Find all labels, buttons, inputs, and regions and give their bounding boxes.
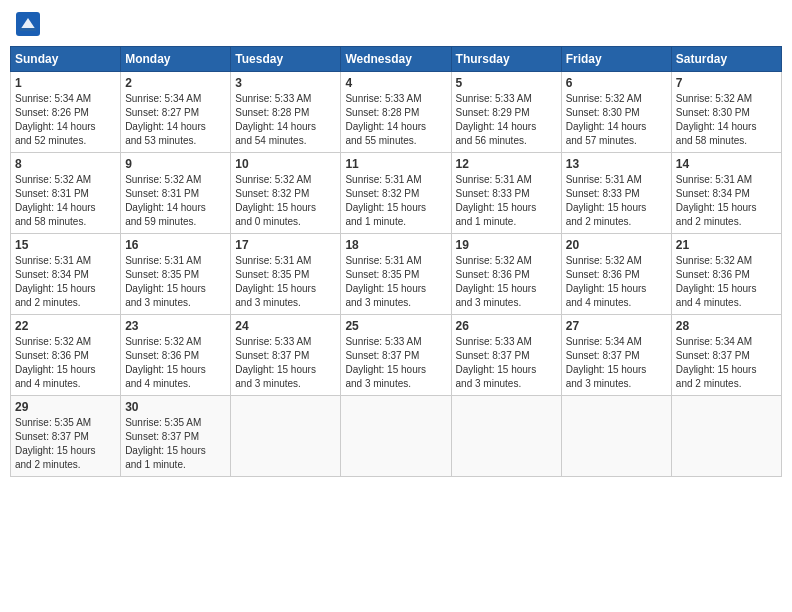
weekday-header-monday: Monday	[121, 47, 231, 72]
cell-content: Sunrise: 5:32 AMSunset: 8:32 PMDaylight:…	[235, 173, 336, 229]
day-number: 29	[15, 400, 116, 414]
cell-content: Sunrise: 5:33 AMSunset: 8:28 PMDaylight:…	[235, 92, 336, 148]
calendar-cell: 24Sunrise: 5:33 AMSunset: 8:37 PMDayligh…	[231, 315, 341, 396]
cell-content: Sunrise: 5:35 AMSunset: 8:37 PMDaylight:…	[15, 416, 116, 472]
cell-content: Sunrise: 5:34 AMSunset: 8:37 PMDaylight:…	[566, 335, 667, 391]
weekday-header-row: SundayMondayTuesdayWednesdayThursdayFrid…	[11, 47, 782, 72]
calendar-cell: 6Sunrise: 5:32 AMSunset: 8:30 PMDaylight…	[561, 72, 671, 153]
cell-content: Sunrise: 5:34 AMSunset: 8:37 PMDaylight:…	[676, 335, 777, 391]
calendar-cell: 1Sunrise: 5:34 AMSunset: 8:26 PMDaylight…	[11, 72, 121, 153]
cell-content: Sunrise: 5:35 AMSunset: 8:37 PMDaylight:…	[125, 416, 226, 472]
cell-content: Sunrise: 5:32 AMSunset: 8:36 PMDaylight:…	[456, 254, 557, 310]
calendar-cell: 4Sunrise: 5:33 AMSunset: 8:28 PMDaylight…	[341, 72, 451, 153]
calendar-cell: 15Sunrise: 5:31 AMSunset: 8:34 PMDayligh…	[11, 234, 121, 315]
weekday-header-saturday: Saturday	[671, 47, 781, 72]
cell-content: Sunrise: 5:31 AMSunset: 8:32 PMDaylight:…	[345, 173, 446, 229]
day-number: 26	[456, 319, 557, 333]
calendar-cell: 16Sunrise: 5:31 AMSunset: 8:35 PMDayligh…	[121, 234, 231, 315]
calendar-cell: 9Sunrise: 5:32 AMSunset: 8:31 PMDaylight…	[121, 153, 231, 234]
calendar-week-row-4: 22Sunrise: 5:32 AMSunset: 8:36 PMDayligh…	[11, 315, 782, 396]
day-number: 15	[15, 238, 116, 252]
cell-content: Sunrise: 5:32 AMSunset: 8:36 PMDaylight:…	[15, 335, 116, 391]
weekday-header-thursday: Thursday	[451, 47, 561, 72]
day-number: 21	[676, 238, 777, 252]
day-number: 12	[456, 157, 557, 171]
calendar-table: SundayMondayTuesdayWednesdayThursdayFrid…	[10, 46, 782, 477]
calendar-cell	[451, 396, 561, 477]
calendar-cell: 23Sunrise: 5:32 AMSunset: 8:36 PMDayligh…	[121, 315, 231, 396]
calendar-cell: 30Sunrise: 5:35 AMSunset: 8:37 PMDayligh…	[121, 396, 231, 477]
day-number: 27	[566, 319, 667, 333]
calendar-cell: 27Sunrise: 5:34 AMSunset: 8:37 PMDayligh…	[561, 315, 671, 396]
cell-content: Sunrise: 5:32 AMSunset: 8:36 PMDaylight:…	[125, 335, 226, 391]
cell-content: Sunrise: 5:34 AMSunset: 8:26 PMDaylight:…	[15, 92, 116, 148]
calendar-cell: 5Sunrise: 5:33 AMSunset: 8:29 PMDaylight…	[451, 72, 561, 153]
cell-content: Sunrise: 5:32 AMSunset: 8:30 PMDaylight:…	[566, 92, 667, 148]
calendar-cell: 19Sunrise: 5:32 AMSunset: 8:36 PMDayligh…	[451, 234, 561, 315]
calendar-cell	[341, 396, 451, 477]
calendar-cell: 20Sunrise: 5:32 AMSunset: 8:36 PMDayligh…	[561, 234, 671, 315]
day-number: 16	[125, 238, 226, 252]
cell-content: Sunrise: 5:33 AMSunset: 8:37 PMDaylight:…	[456, 335, 557, 391]
day-number: 23	[125, 319, 226, 333]
cell-content: Sunrise: 5:31 AMSunset: 8:33 PMDaylight:…	[566, 173, 667, 229]
calendar-cell	[561, 396, 671, 477]
logo-icon	[14, 10, 42, 38]
calendar-week-row-2: 8Sunrise: 5:32 AMSunset: 8:31 PMDaylight…	[11, 153, 782, 234]
calendar-cell: 17Sunrise: 5:31 AMSunset: 8:35 PMDayligh…	[231, 234, 341, 315]
day-number: 30	[125, 400, 226, 414]
day-number: 14	[676, 157, 777, 171]
calendar-cell: 8Sunrise: 5:32 AMSunset: 8:31 PMDaylight…	[11, 153, 121, 234]
cell-content: Sunrise: 5:31 AMSunset: 8:35 PMDaylight:…	[345, 254, 446, 310]
day-number: 2	[125, 76, 226, 90]
day-number: 11	[345, 157, 446, 171]
page-header	[10, 10, 782, 38]
weekday-header-sunday: Sunday	[11, 47, 121, 72]
calendar-week-row-1: 1Sunrise: 5:34 AMSunset: 8:26 PMDaylight…	[11, 72, 782, 153]
calendar-week-row-5: 29Sunrise: 5:35 AMSunset: 8:37 PMDayligh…	[11, 396, 782, 477]
calendar-cell: 26Sunrise: 5:33 AMSunset: 8:37 PMDayligh…	[451, 315, 561, 396]
calendar-cell: 13Sunrise: 5:31 AMSunset: 8:33 PMDayligh…	[561, 153, 671, 234]
calendar-cell: 21Sunrise: 5:32 AMSunset: 8:36 PMDayligh…	[671, 234, 781, 315]
day-number: 25	[345, 319, 446, 333]
cell-content: Sunrise: 5:32 AMSunset: 8:36 PMDaylight:…	[566, 254, 667, 310]
calendar-cell: 2Sunrise: 5:34 AMSunset: 8:27 PMDaylight…	[121, 72, 231, 153]
cell-content: Sunrise: 5:31 AMSunset: 8:34 PMDaylight:…	[676, 173, 777, 229]
cell-content: Sunrise: 5:33 AMSunset: 8:29 PMDaylight:…	[456, 92, 557, 148]
day-number: 3	[235, 76, 336, 90]
cell-content: Sunrise: 5:32 AMSunset: 8:31 PMDaylight:…	[15, 173, 116, 229]
calendar-cell: 11Sunrise: 5:31 AMSunset: 8:32 PMDayligh…	[341, 153, 451, 234]
day-number: 7	[676, 76, 777, 90]
day-number: 19	[456, 238, 557, 252]
cell-content: Sunrise: 5:32 AMSunset: 8:31 PMDaylight:…	[125, 173, 226, 229]
day-number: 8	[15, 157, 116, 171]
calendar-cell: 3Sunrise: 5:33 AMSunset: 8:28 PMDaylight…	[231, 72, 341, 153]
calendar-cell: 25Sunrise: 5:33 AMSunset: 8:37 PMDayligh…	[341, 315, 451, 396]
weekday-header-friday: Friday	[561, 47, 671, 72]
cell-content: Sunrise: 5:31 AMSunset: 8:35 PMDaylight:…	[125, 254, 226, 310]
day-number: 28	[676, 319, 777, 333]
weekday-header-wednesday: Wednesday	[341, 47, 451, 72]
cell-content: Sunrise: 5:32 AMSunset: 8:30 PMDaylight:…	[676, 92, 777, 148]
day-number: 22	[15, 319, 116, 333]
svg-rect-2	[20, 28, 36, 31]
weekday-header-tuesday: Tuesday	[231, 47, 341, 72]
calendar-week-row-3: 15Sunrise: 5:31 AMSunset: 8:34 PMDayligh…	[11, 234, 782, 315]
day-number: 20	[566, 238, 667, 252]
cell-content: Sunrise: 5:33 AMSunset: 8:28 PMDaylight:…	[345, 92, 446, 148]
day-number: 10	[235, 157, 336, 171]
calendar-cell: 28Sunrise: 5:34 AMSunset: 8:37 PMDayligh…	[671, 315, 781, 396]
calendar-cell	[671, 396, 781, 477]
calendar-cell: 12Sunrise: 5:31 AMSunset: 8:33 PMDayligh…	[451, 153, 561, 234]
logo	[14, 10, 46, 38]
cell-content: Sunrise: 5:33 AMSunset: 8:37 PMDaylight:…	[235, 335, 336, 391]
day-number: 5	[456, 76, 557, 90]
cell-content: Sunrise: 5:31 AMSunset: 8:35 PMDaylight:…	[235, 254, 336, 310]
calendar-cell	[231, 396, 341, 477]
calendar-body: 1Sunrise: 5:34 AMSunset: 8:26 PMDaylight…	[11, 72, 782, 477]
day-number: 4	[345, 76, 446, 90]
cell-content: Sunrise: 5:31 AMSunset: 8:34 PMDaylight:…	[15, 254, 116, 310]
day-number: 1	[15, 76, 116, 90]
day-number: 9	[125, 157, 226, 171]
calendar-cell: 22Sunrise: 5:32 AMSunset: 8:36 PMDayligh…	[11, 315, 121, 396]
